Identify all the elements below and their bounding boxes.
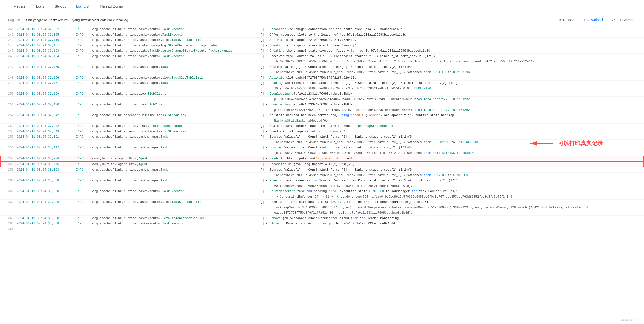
empty-cell	[75, 107, 91, 113]
log-timestamp: 2024-04-11 00:24:37,151	[15, 43, 75, 48]
class-link[interactable]: StreamTask	[168, 130, 186, 133]
log-level: INFO	[75, 167, 91, 173]
class-plain: org.apache.flink.streaming.runtime.tasks…	[92, 130, 168, 133]
class-plain: org.apache.flink.runtime.taskexecutor.sl…	[92, 38, 172, 42]
class-link[interactable]: BlobClient	[148, 103, 166, 106]
log-class: org.apache.flink.runtime.blob.BlobClient	[91, 102, 259, 107]
empty-cell	[15, 210, 75, 216]
class-link[interactable]: StreamTask	[168, 114, 186, 117]
log-message-continuation: p-6ae470fe55e422f679213461fff4e17ac72a9f…	[259, 107, 644, 113]
log-level: INFO	[75, 129, 91, 134]
download-button[interactable]: ↓ Download	[581, 17, 605, 23]
nav-threaddump[interactable]: Thread Dump	[95, 0, 128, 13]
class-link[interactable]: Task	[161, 146, 168, 149]
table-row: eadcb3472793f750c3f9f21f7a52e410, jobId:…	[0, 210, 644, 216]
fullscreen-button[interactable]: ⤢ FullScreen	[610, 17, 636, 23]
log-level: INFO	[75, 156, 91, 161]
class-link[interactable]: ProxyAgent	[129, 157, 148, 160]
class-link[interactable]: StateChangelogStorageLoader	[168, 44, 217, 47]
class-link[interactable]: DefaultJobLeaderService	[162, 217, 205, 220]
log-timestamp: 2024-04-11 00:24:37,343	[15, 129, 75, 134]
log-class: org.apache.flink.runtime.blob.BlobClient	[91, 91, 259, 97]
empty-cell	[91, 97, 259, 102]
empty-cell	[75, 210, 91, 216]
empty-cell	[91, 118, 259, 124]
line-number: 241	[0, 27, 15, 32]
class-plain: org.apache.flink.runtime.taskexecutor.	[92, 190, 162, 193]
nav-metrics[interactable]: Metrics	[8, 0, 31, 13]
log-timestamp: 2024-04-11 00:24:37,158	[15, 48, 75, 54]
class-link[interactable]: Task	[161, 65, 168, 69]
log-level: INFO	[75, 189, 91, 194]
nav-loglist[interactable]: Log List	[71, 0, 95, 13]
class-link[interactable]: BlobClient	[148, 92, 166, 96]
line-number: 257	[0, 156, 15, 161]
empty-cell	[91, 59, 259, 64]
table-row: HashMapStateBackend@4eddddf6e	[0, 118, 644, 124]
class-link[interactable]: TaskSlotTableImpl	[172, 76, 203, 80]
log-message	[259, 226, 644, 232]
line-number: 254	[0, 129, 15, 134]
line-number: 246	[0, 54, 15, 59]
log-timestamp: 2024-04-11 00:24:37,095	[15, 32, 75, 38]
log-class: org.apache.flink.runtime.taskexecutor.sl…	[91, 75, 259, 81]
log-message: [] - Freeing task resources for Source: …	[259, 178, 644, 183]
log-level: INFO	[75, 38, 91, 43]
class-link[interactable]: Task	[161, 168, 168, 172]
empty-cell	[0, 70, 15, 75]
class-link[interactable]: TaskExecutorChannelStateExecutorFactoryM…	[149, 49, 234, 53]
empty-cell	[0, 97, 15, 102]
class-plain: org.apache.flink.runtime.taskmanager.	[92, 65, 160, 69]
table-row: 2582024-04-11 00:24:38,276INFOcom.ylw.fl…	[0, 161, 644, 167]
class-link[interactable]: TaskSlotTableImpl	[172, 200, 203, 204]
line-number: 261	[0, 189, 15, 194]
class-link[interactable]: Task	[161, 179, 168, 182]
class-link[interactable]: TaskExecutor	[162, 190, 184, 193]
line-number: 251	[0, 102, 15, 107]
table-row: 2492024-04-11 00:24:37,167INFOorg.apache…	[0, 81, 644, 86]
log-class: org.apache.flink.streaming.runtime.tasks…	[91, 113, 259, 118]
log-level: INFO	[75, 91, 91, 97]
table-row: 2632024-04-11 00:24:38,388INFOorg.apache…	[0, 216, 644, 221]
log-timestamp: 2024-04-11 00:24:38,386	[15, 200, 75, 205]
log-message-continuation: -> ConstraintEnforcer[2] -> Sink: t_stud…	[259, 194, 644, 200]
log-class: org.apache.flink.runtime.taskmanager.Tas…	[91, 145, 259, 150]
log-message: [] - Close JobManager connection for job…	[259, 221, 644, 226]
class-link[interactable]: TaskExecutor	[162, 222, 184, 225]
empty-cell	[0, 205, 15, 210]
empty-cell	[0, 210, 15, 216]
line-number: 249	[0, 81, 15, 86]
class-link[interactable]: TaskExecutor	[162, 55, 184, 58]
log-table: 2412024-04-11 00:24:37,092INFOorg.apache…	[0, 27, 644, 232]
empty-cell	[15, 86, 75, 91]
log-message: [] - No state backend has been configure…	[259, 113, 644, 118]
class-link[interactable]: StateBackendLoader	[149, 124, 183, 128]
log-timestamp: 2024-04-11 00:24:38,388	[15, 221, 75, 226]
log-timestamp: 2024-04-11 00:24:38,368	[15, 189, 75, 194]
class-link[interactable]: ProxyAgent	[129, 163, 148, 166]
nav-logs[interactable]: Logs	[31, 0, 49, 13]
reload-button[interactable]: ↻ Reload	[556, 17, 576, 23]
table-row: 2502024-04-11 00:24:37,169INFOorg.apache…	[0, 91, 644, 97]
table-row: 2412024-04-11 00:24:37,092INFOorg.apache…	[0, 27, 644, 32]
fullscreen-label: FullScreen	[617, 18, 634, 22]
class-link[interactable]: Task	[161, 135, 168, 139]
class-link[interactable]: TaskSlotTableImpl	[172, 38, 203, 42]
class-link[interactable]: TaskExecutor	[162, 28, 184, 31]
table-row: 2592024-04-11 00:24:38,368INFOorg.apache…	[0, 167, 644, 173]
nav-stdout[interactable]: Stdout	[49, 0, 71, 13]
table-row: 2532024-04-11 00:24:37,342INFOorg.apache…	[0, 124, 644, 129]
class-plain: org.apache.flink.runtime.taskmanager.	[92, 81, 160, 85]
class-plain: com.ylw.flink.agent.	[92, 163, 129, 166]
class-link[interactable]: Task	[161, 81, 168, 85]
log-message: [] - Ready to JdbcOutputFormat#writeReco…	[259, 156, 644, 161]
log-message: [] - Downloading b7dfa6a1c233a1a76993bad…	[259, 91, 644, 97]
log-message-continuation2: eadcb3472793f750c3f9f21f7a52e410, jobId:…	[259, 210, 644, 216]
table-row: 2482024-04-11 00:24:37,166INFOorg.apache…	[0, 75, 644, 81]
breadcrumb-home[interactable]: Log List	[8, 18, 20, 22]
log-class: org.apache.flink.runtime.taskexecutor.Ta…	[91, 32, 259, 38]
log-level: INFO	[75, 54, 91, 59]
table-row: (bd6ec96a2a570376d6453ed0f0b8c767_cbc357…	[0, 59, 644, 64]
log-message: [] - Activate slot eadcb3472793f750c3f9f…	[259, 38, 644, 43]
class-link[interactable]: TaskExecutor	[162, 33, 184, 37]
